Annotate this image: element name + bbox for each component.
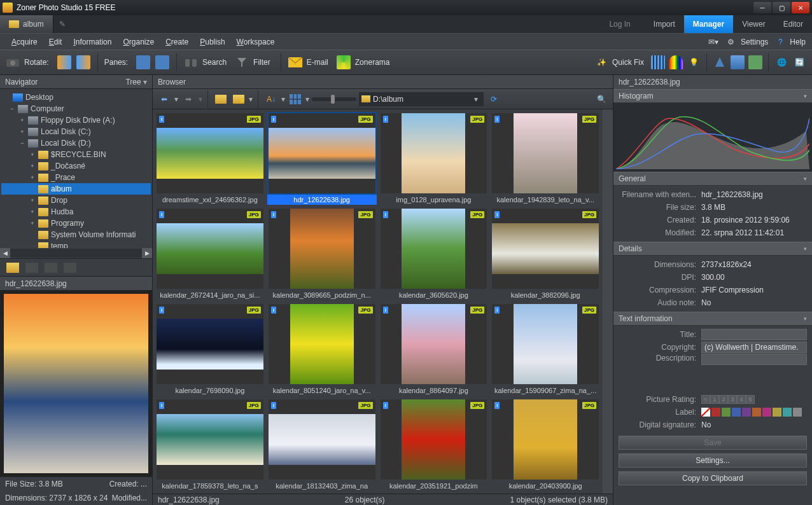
histogram-header[interactable]: Histogram▾ [613, 89, 812, 103]
thumb-item[interactable]: iJPGkalendar_7698090.jpg [155, 303, 265, 396]
tree-recycle[interactable]: +$RECYCLE.BIN [1, 149, 151, 160]
quickfix-label[interactable]: Quick Fix [612, 58, 644, 67]
thumb-item[interactable]: iJPGkalendar_3882096.jpg [491, 207, 600, 300]
back-icon[interactable]: ⬅ [157, 92, 172, 106]
tool2-icon[interactable] [25, 263, 38, 273]
menu-edit[interactable]: Edit [44, 36, 67, 48]
tree-temp[interactable]: temp [1, 240, 151, 248]
rotate-left-icon[interactable] [57, 55, 72, 70]
bulb-icon[interactable]: 💡 [686, 55, 701, 70]
menu-publish[interactable]: Publish [195, 36, 230, 48]
tree-prace[interactable]: +_Prace [1, 172, 151, 183]
help-icon[interactable]: ? [774, 36, 786, 48]
thumb-size-slider[interactable] [312, 97, 356, 101]
menu-acquire[interactable]: Acquire [6, 36, 43, 48]
resize-icon[interactable] [730, 55, 745, 70]
thumb-item[interactable]: iJPGkalendar_8051240_jaro_na_v... [267, 303, 377, 396]
filter-label[interactable]: Filter [253, 58, 270, 67]
tree-svi[interactable]: System Volume Informati [1, 229, 151, 240]
mode-editor[interactable]: Editor [774, 15, 812, 33]
view-grid-icon[interactable] [288, 92, 303, 106]
funnel-icon[interactable] [234, 55, 249, 70]
tree-hscroll[interactable]: ◀▶ [0, 248, 152, 258]
thumb-item[interactable]: iJPGkalendar_3605620.jpg [379, 207, 489, 300]
settings-link[interactable]: Settings [741, 38, 768, 46]
edit-tab-icon[interactable]: ✎ [53, 15, 71, 33]
rainbow-icon[interactable] [668, 55, 683, 70]
thumb-item[interactable]: iJPGkalendar_2672414_jaro_na_si... [155, 207, 265, 300]
minimize-button[interactable]: ─ [753, 2, 771, 13]
levels-icon[interactable] [650, 55, 666, 70]
rating-control[interactable]: ⦸12345 [701, 395, 755, 404]
nav-mode[interactable]: Tree [125, 78, 141, 86]
menu-create[interactable]: Create [160, 36, 193, 48]
mode-manager[interactable]: Manager [684, 15, 733, 33]
menu-workspace[interactable]: Workspace [232, 36, 280, 48]
file-tab-album[interactable]: album [0, 15, 53, 33]
tool3-icon[interactable] [45, 263, 57, 273]
folder-tree[interactable]: Desktop −Computer +Floppy Disk Drive (A:… [0, 89, 152, 248]
wand-icon[interactable]: ✨ [594, 55, 610, 70]
save-button[interactable]: Save [619, 436, 807, 450]
rotate-right-icon[interactable] [76, 55, 91, 70]
close-button[interactable]: ✕ [792, 2, 809, 13]
preview-image[interactable] [0, 290, 152, 477]
tree-d[interactable]: −Local Disk (D:) [1, 137, 151, 149]
browser-vscroll[interactable] [603, 109, 613, 494]
copy-clipboard-button[interactable]: Copy to Clipboard [619, 471, 807, 485]
tree-programy[interactable]: +Programy [1, 218, 151, 229]
up-folder-icon[interactable] [213, 92, 228, 106]
thumb-item[interactable]: iJPGkalendar_1942839_leto_na_v... [491, 112, 600, 205]
thumb-item[interactable]: iJPGdreamstime_xxl_24696362.jpg [155, 112, 265, 205]
mode-import[interactable]: Import [645, 15, 684, 33]
fav-folder-icon[interactable] [6, 263, 19, 273]
email-icon[interactable] [288, 55, 303, 70]
path-dropdown-icon[interactable]: ▾ [471, 95, 481, 104]
tree-hudba[interactable]: +Hudba [1, 206, 151, 218]
sort-icon[interactable]: A↓ [263, 92, 279, 106]
fav-star-icon[interactable]: ★ [231, 92, 246, 106]
sharpen-icon[interactable] [712, 55, 727, 70]
maximize-button[interactable]: ▢ [773, 2, 790, 13]
crop-icon[interactable] [748, 55, 763, 70]
tree-drop[interactable]: +Drop [1, 195, 151, 206]
binoculars-icon[interactable] [183, 55, 199, 70]
tree-floppy[interactable]: +Floppy Disk Drive (A:) [1, 114, 151, 126]
settings-button[interactable]: Settings... [619, 453, 807, 467]
globe-plus-icon[interactable]: 🌐 [774, 55, 789, 70]
globe-sync-icon[interactable]: 🔄 [792, 55, 807, 70]
camera-icon[interactable] [5, 55, 20, 70]
thumb-item[interactable]: iJPGkalendar_3089665_podzim_n... [267, 207, 377, 300]
path-box[interactable]: ▾ [359, 92, 484, 106]
search-label[interactable]: Search [202, 58, 227, 67]
tree-docasne[interactable]: +_Dočasné [1, 160, 151, 172]
thumb-grid-wrap[interactable]: iJPGdreamstime_xxl_24696362.jpgiJPGhdr_1… [153, 109, 603, 494]
label-control[interactable] [701, 408, 802, 417]
thumb-item[interactable]: iJPGkalendar_18132403_zima_na [267, 398, 377, 491]
general-header[interactable]: General▾ [613, 172, 812, 186]
gear-icon[interactable]: ⚙ [725, 36, 737, 48]
text-info-header[interactable]: Text information▾ [613, 312, 812, 326]
forward-icon[interactable]: ➡ [181, 92, 196, 106]
tool4-icon[interactable] [64, 263, 76, 273]
tree-computer[interactable]: −Computer [1, 103, 151, 114]
thumb-item[interactable]: iJPGkalendar_20403900.jpg [491, 398, 600, 491]
thumb-item[interactable]: iJPGhdr_12622638.jpg [267, 112, 377, 205]
login-link[interactable]: Log In [600, 15, 639, 33]
title-input[interactable] [701, 329, 807, 340]
menu-organize[interactable]: Organize [118, 36, 159, 48]
thumb-item[interactable]: iJPGkalendar_17859378_leto_na_s [155, 398, 265, 491]
refresh-icon[interactable]: ⟳ [486, 92, 501, 106]
envelope-dropdown-icon[interactable]: ✉▾ [708, 36, 719, 48]
help-link[interactable]: Help [790, 38, 806, 46]
description-input[interactable] [701, 354, 807, 365]
zonerama-label[interactable]: Zonerama [355, 58, 390, 67]
tree-album[interactable]: album [1, 183, 151, 195]
email-label[interactable]: E-mail [307, 58, 328, 67]
details-header[interactable]: Details▾ [613, 242, 812, 256]
copyright-input[interactable] [701, 342, 807, 353]
mode-viewer[interactable]: Viewer [733, 15, 774, 33]
search-icon[interactable]: 🔍 [594, 92, 609, 106]
pane-nav-icon[interactable] [136, 55, 151, 70]
thumb-item[interactable]: iJPGkalendar_8864097.jpg [379, 303, 489, 396]
